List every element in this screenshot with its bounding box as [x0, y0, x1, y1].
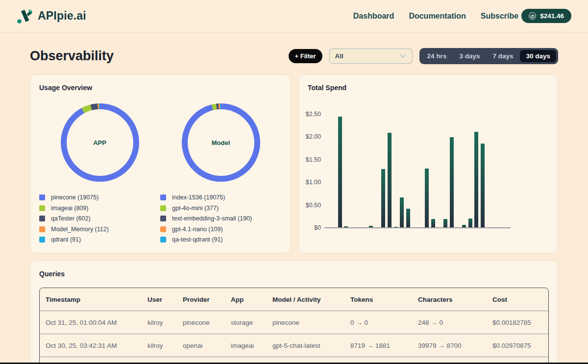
bar-slot [331, 114, 337, 227]
nav-link-subscribe[interactable]: Subscribe [481, 12, 518, 21]
column-header: Timestamp [40, 288, 142, 311]
legend-label: Model_Memory (112) [51, 226, 109, 233]
legend-label: gpt-4o-mini (377) [172, 205, 219, 212]
spend-bar [481, 144, 485, 227]
range-3-days[interactable]: 3 days [453, 50, 486, 62]
legend-swatch [39, 205, 45, 211]
bar-slot [387, 114, 393, 227]
bar-slot [504, 114, 511, 227]
column-header: Tokens [344, 288, 412, 311]
legend-swatch [160, 226, 166, 232]
filter-button[interactable]: + Filter [289, 49, 322, 63]
logo-text: APIpie.ai [38, 9, 86, 23]
spend-bar [462, 225, 466, 227]
legend: index-1536 (19075)gpt-4o-mini (377)text-… [160, 194, 281, 243]
table-cell: kilroy [142, 311, 177, 334]
column-header: Provider [177, 288, 225, 311]
legend-swatch [160, 205, 166, 211]
bar-slot [442, 114, 449, 227]
usage-overview-card: Usage Overview APPpinecone (19075)imagea… [30, 74, 291, 253]
table-cell: 248 → 0 [412, 311, 487, 334]
bar-slot [430, 114, 436, 227]
column-header: Model / Activity [267, 288, 344, 311]
donut-center-label: Model [212, 139, 230, 146]
bar-slot [380, 114, 387, 227]
bar-slot [417, 114, 424, 227]
column-header: Characters [412, 288, 487, 311]
table-cell: $0.02970875 [487, 334, 548, 357]
bar-slot [424, 114, 430, 227]
y-tick-label: $2.00 [306, 133, 321, 140]
legend-item: gpt-4.1-nano (109) [160, 226, 281, 233]
table-row: Oct 31, 25, 01:00:04 AMkilroypineconesto… [40, 311, 548, 334]
legend-item: gpt-4o-mini (377) [160, 205, 281, 212]
bar-slot [480, 114, 486, 227]
range-7-days[interactable]: 7 days [487, 50, 519, 62]
usage-overview-title: Usage Overview [39, 84, 281, 92]
legend-swatch [160, 237, 166, 243]
legend-item: qa-test-qdrant (91) [160, 236, 281, 243]
spend-bar [344, 226, 348, 227]
table-cell: 8719 → 1881 [344, 334, 412, 357]
range-group: 24 hrs3 days7 days30 days [419, 48, 558, 64]
legend-swatch [39, 216, 45, 221]
bar-slot [349, 114, 356, 227]
table-cell: storage [225, 311, 267, 334]
range-30-days[interactable]: 30 days [520, 50, 556, 62]
legend-item: pinecone (19075) [39, 194, 160, 201]
queries-table: TimestampUserProviderAppModel / Activity… [39, 288, 549, 364]
y-tick-label: $0.50 [306, 202, 321, 209]
bar-slot [355, 114, 362, 227]
legend-label: gpt-4.1-nano (109) [172, 226, 223, 233]
logo[interactable]: APIpie.ai [17, 8, 86, 24]
legend-item: imageai (809) [39, 205, 160, 212]
apipie-logo-icon [17, 8, 33, 24]
spend-bar [394, 227, 398, 227]
legend-swatch [39, 226, 45, 232]
donut-app: APP [61, 103, 139, 182]
nav: DashboardDocumentationSubscribe [353, 12, 518, 21]
bar-slot [461, 114, 467, 227]
spend-bar-chart: $2.50$2.00$1.50$1.00$0.50$0 [308, 114, 549, 228]
spend-bar [406, 209, 410, 227]
scope-dropdown[interactable]: All [329, 49, 413, 64]
range-24-hrs[interactable]: 24 hrs [421, 50, 453, 62]
donut-model: Model [182, 103, 260, 182]
bar-slot [368, 114, 374, 227]
legend-swatch [160, 216, 166, 221]
spend-bar [381, 169, 385, 227]
spend-bar [468, 218, 472, 227]
table-cell: 0 → 0 [344, 311, 412, 334]
queries-card: Queries TimestampUserProviderAppModel / … [30, 261, 558, 364]
spend-bar [369, 226, 373, 227]
total-spend-title: Total Spend [308, 84, 549, 92]
legend-label: text-embedding-3-small (190) [172, 215, 252, 222]
bar-slot [436, 114, 442, 227]
bar-slot [448, 114, 455, 227]
y-axis: $2.50$2.00$1.50$1.00$0.50$0 [308, 114, 324, 228]
queries-title: Queries [39, 270, 549, 278]
legend-swatch [39, 237, 45, 243]
bar-slot [455, 114, 461, 227]
donut-hole: Model [188, 109, 254, 176]
bar-slot [324, 114, 331, 227]
spend-bar [431, 219, 435, 227]
column-header: User [142, 288, 177, 311]
balance-button[interactable]: @ $241.46 [521, 9, 571, 23]
plot-area [324, 114, 511, 228]
main-content: Observability + Filter All 24 hrs3 days7… [0, 47, 588, 364]
spend-bar [400, 197, 404, 227]
legend-label: index-1536 (19075) [172, 194, 225, 201]
donut-center-label: APP [93, 139, 106, 146]
scope-dropdown-value: All [335, 52, 343, 60]
table-cell: imageai [225, 334, 267, 357]
table-header-row: TimestampUserProviderAppModel / Activity… [40, 288, 548, 311]
legend-item: index-1536 (19075) [160, 194, 281, 201]
legend-item: qaTester (602) [39, 215, 160, 222]
nav-link-documentation[interactable]: Documentation [409, 12, 466, 21]
legend-label: qaTester (602) [51, 215, 91, 222]
bar-slot [399, 114, 405, 227]
donuts: APPpinecone (19075)imageai (809)qaTester… [39, 103, 281, 243]
bar-slot [411, 114, 417, 227]
nav-link-dashboard[interactable]: Dashboard [353, 12, 394, 21]
